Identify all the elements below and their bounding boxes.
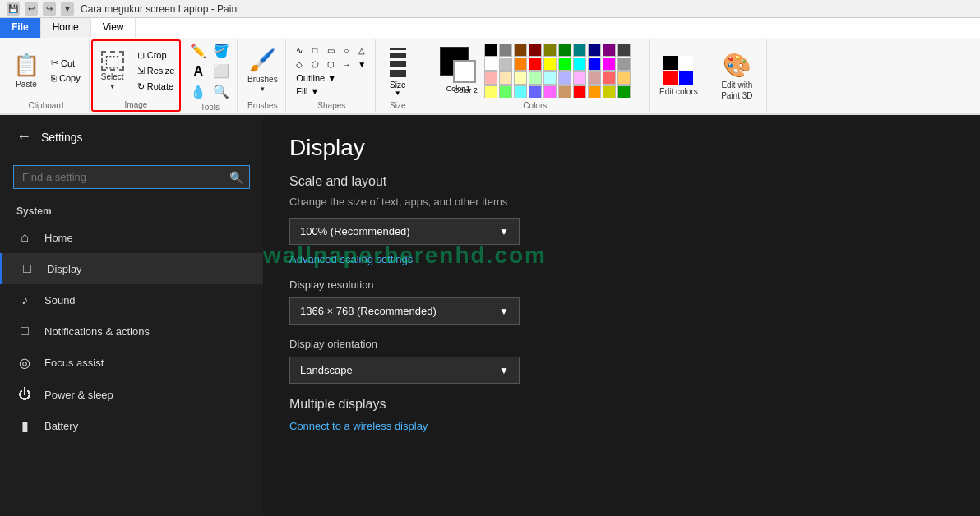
color-swatch-7[interactable]: [588, 44, 601, 57]
brushes-button[interactable]: 🖌️ Brushes ▼: [244, 43, 280, 99]
resolution-select[interactable]: 1366 × 768 (Recommended) ▼: [289, 297, 520, 325]
color-swatch-13[interactable]: [529, 58, 542, 71]
color-swatch-28[interactable]: [603, 71, 616, 85]
shape-rect[interactable]: □: [308, 44, 321, 57]
color-swatch-23[interactable]: [529, 71, 542, 85]
color-swatch-8[interactable]: [603, 44, 616, 57]
color-swatch-34[interactable]: [543, 85, 557, 98]
color-swatch-9[interactable]: [617, 44, 631, 57]
shape-roundrect[interactable]: ▭: [324, 44, 337, 57]
sidebar-item-battery[interactable]: ▮Battery: [0, 410, 263, 442]
fill-button[interactable]: 🪣: [210, 41, 232, 60]
edit-with-content: 🎨 Edit with Paint 3D: [712, 41, 761, 110]
orientation-select[interactable]: Landscape ▼: [289, 357, 520, 384]
sidebar-item-notifications[interactable]: □Notifications & actions: [0, 316, 263, 347]
color-swatch-29[interactable]: [617, 71, 631, 85]
settings-header: ← Settings: [0, 115, 263, 159]
color-swatch-5[interactable]: [558, 44, 571, 57]
sidebar-item-home[interactable]: ⌂Home: [0, 222, 263, 253]
sidebar-item-focus-assist[interactable]: ◎Focus assist: [0, 347, 263, 379]
color-swatch-31[interactable]: [499, 85, 512, 98]
color-swatch-37[interactable]: [588, 85, 601, 98]
color-swatch-24[interactable]: [543, 71, 557, 85]
brushes-group-label: Brushes: [247, 101, 278, 110]
customize-icon[interactable]: ▼: [61, 2, 74, 16]
color-swatch-11[interactable]: [499, 58, 512, 71]
titlebar: 💾 ↩ ↪ ▼ Cara megukur screen Laptop - Pai…: [0, 0, 980, 18]
eyedropper-button[interactable]: 💧: [187, 82, 209, 101]
eraser-button[interactable]: ⬜: [210, 62, 232, 81]
shape-ellipse[interactable]: ○: [340, 44, 353, 57]
rotate-button[interactable]: ↻ Rotate: [134, 80, 178, 94]
clipboard-content: 📋 Paste ✂ Cut ⎘ Copy: [8, 41, 84, 99]
shape-curve[interactable]: ∿: [293, 44, 306, 57]
color-swatch-20[interactable]: [484, 71, 497, 85]
save-icon[interactable]: 💾: [7, 2, 20, 16]
shape-arrow[interactable]: →: [340, 58, 353, 71]
settings-search-input[interactable]: [13, 165, 250, 189]
color-swatch-22[interactable]: [514, 71, 527, 85]
sidebar-item-label-home: Home: [44, 232, 73, 244]
color-swatch-25[interactable]: [558, 71, 571, 85]
sidebar-item-power[interactable]: ⏻Power & sleep: [0, 379, 263, 410]
color-swatch-6[interactable]: [573, 44, 586, 57]
advanced-scaling-link[interactable]: Advanced scaling settings: [289, 253, 413, 265]
color2-swatch[interactable]: [453, 60, 476, 83]
text-button[interactable]: A: [187, 62, 209, 81]
copy-button[interactable]: ⎘ Copy: [48, 71, 84, 85]
color-swatch-10[interactable]: [484, 58, 497, 71]
image-group: ⬚ Select ▼ ⊡ Crop ⇲ Resize ↻ Rotate: [91, 39, 182, 112]
shape-pentagon[interactable]: ⬠: [308, 58, 321, 71]
color-swatch-15[interactable]: [558, 58, 571, 71]
cut-button[interactable]: ✂ Cut: [48, 56, 84, 70]
color-swatch-30[interactable]: [484, 85, 497, 98]
color-swatch-21[interactable]: [499, 71, 512, 85]
sidebar-item-display[interactable]: □Display: [0, 253, 263, 284]
color-swatch-32[interactable]: [514, 85, 527, 98]
color-swatch-16[interactable]: [573, 58, 586, 71]
color-swatch-38[interactable]: [603, 85, 616, 98]
color-swatch-36[interactable]: [573, 85, 586, 98]
paste-button[interactable]: 📋 Paste: [8, 43, 44, 99]
color-swatch-0[interactable]: [484, 44, 497, 57]
color-swatch-26[interactable]: [573, 71, 586, 85]
settings-back-button[interactable]: ←: [16, 128, 31, 145]
tab-file[interactable]: File: [0, 18, 41, 38]
color-swatch-2[interactable]: [514, 44, 527, 57]
crop-button[interactable]: ⊡ Crop: [134, 48, 178, 62]
color-swatch-12[interactable]: [514, 58, 527, 71]
edit-with-paint3d-button[interactable]: 🎨 Edit with Paint 3D: [712, 48, 761, 104]
color-swatch-19[interactable]: [617, 58, 631, 71]
color-swatch-18[interactable]: [603, 58, 616, 71]
zoom-button[interactable]: 🔍: [210, 82, 232, 101]
scale-layout-heading: Scale and layout: [289, 174, 954, 189]
color-swatch-17[interactable]: [588, 58, 601, 71]
color-swatch-33[interactable]: [529, 85, 542, 98]
sidebar-item-sound[interactable]: ♪Sound: [0, 284, 263, 316]
size-button[interactable]: Size ▼: [383, 44, 413, 97]
color-swatch-14[interactable]: [543, 58, 557, 71]
outline-button[interactable]: Outline ▼: [293, 72, 340, 84]
crop-icon: ⊡: [137, 50, 145, 61]
color-swatch-35[interactable]: [558, 85, 571, 98]
tab-home[interactable]: Home: [41, 18, 91, 38]
edit-colors-button[interactable]: Edit colors: [657, 48, 700, 104]
color-swatch-1[interactable]: [499, 44, 512, 57]
shape-more[interactable]: ▼: [355, 58, 368, 71]
color-swatch-3[interactable]: [529, 44, 542, 57]
shape-triangle[interactable]: △: [355, 44, 368, 57]
color-swatch-4[interactable]: [543, 44, 557, 57]
fill-dropdown-button[interactable]: Fill ▼: [293, 85, 340, 97]
shape-hexagon[interactable]: ⬡: [324, 58, 337, 71]
select-button[interactable]: ⬚ Select ▼: [95, 43, 131, 99]
color-swatch-27[interactable]: [588, 71, 601, 85]
scale-select[interactable]: 100% (Recommended) ▼: [289, 218, 520, 245]
shape-diamond[interactable]: ◇: [293, 58, 306, 71]
tab-view[interactable]: View: [91, 18, 136, 38]
wireless-display-link[interactable]: Connect to a wireless display: [289, 420, 428, 432]
pencil-button[interactable]: ✏️: [187, 41, 209, 60]
redo-icon[interactable]: ↪: [43, 2, 56, 16]
color-swatch-39[interactable]: [617, 85, 631, 98]
resize-button[interactable]: ⇲ Resize: [134, 64, 178, 78]
undo-icon[interactable]: ↩: [25, 2, 38, 16]
